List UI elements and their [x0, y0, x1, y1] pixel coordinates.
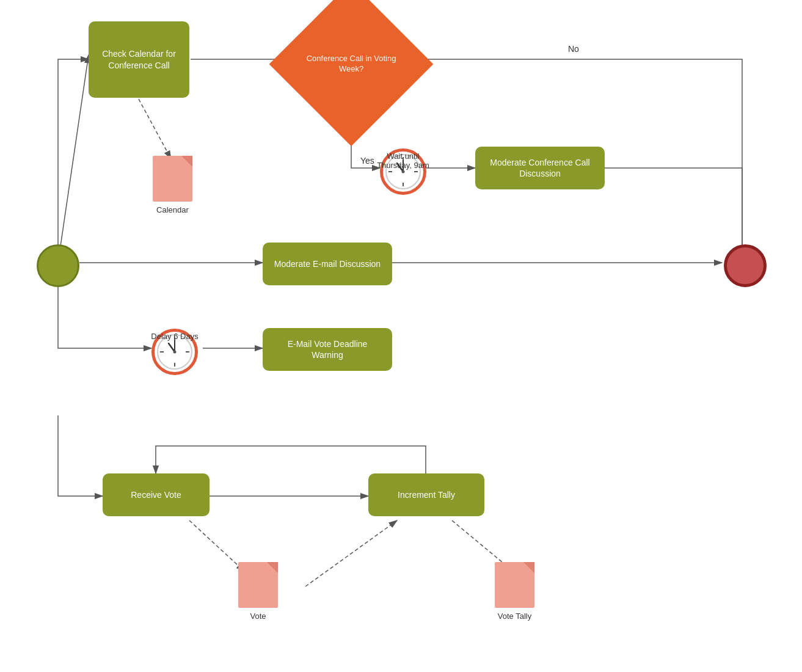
vote-tally-doc-node	[495, 562, 534, 608]
flowchart-diagram: No Yes Check Calendar for Conference Cal…	[0, 0, 802, 672]
conference-decision-node: Conference Call in Voting Week?	[269, 0, 434, 146]
svg-line-2	[58, 55, 89, 263]
calendar-doc-node	[153, 156, 192, 202]
delay-label: Delay 6 Days	[144, 332, 205, 341]
vote-doc-node	[238, 562, 278, 608]
moderate-conference-node: Moderate Conference Call Discussion	[475, 147, 605, 189]
svg-point-22	[402, 170, 405, 173]
vote-tally-doc-label: Vote Tally	[498, 612, 531, 621]
receive-vote-node: Receive Vote	[103, 473, 210, 516]
vote-doc-label: Vote	[250, 612, 266, 621]
increment-tally-node: Increment Tally	[368, 473, 484, 516]
moderate-email-node: Moderate E-mail Discussion	[263, 243, 392, 285]
check-calendar-node: Check Calendar for Conference Call	[89, 21, 189, 98]
svg-text:No: No	[568, 44, 579, 54]
svg-line-9	[139, 99, 171, 159]
svg-line-10	[189, 520, 244, 571]
email-deadline-node: E-Mail Vote Deadline Warning	[263, 328, 392, 371]
end-node	[724, 244, 767, 287]
start-node	[37, 244, 79, 287]
svg-line-11	[305, 520, 397, 586]
calendar-doc-label: Calendar	[156, 205, 189, 214]
wait-thursday-label: Wait until Thursday, 9am	[370, 152, 437, 170]
svg-point-30	[173, 351, 177, 354]
